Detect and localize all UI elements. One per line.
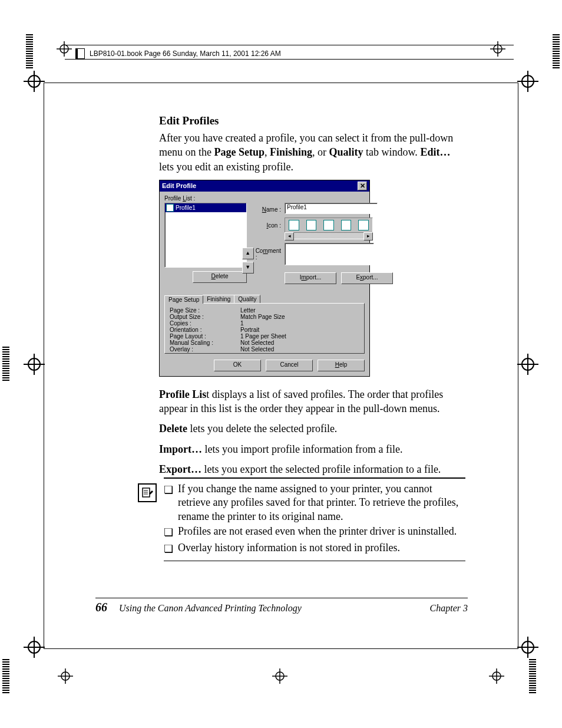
name-label: Name : [262, 206, 281, 213]
header-rule [65, 45, 514, 45]
target-mark-icon [490, 41, 505, 57]
dialog-titlebar: Edit Profile ✕ [160, 180, 369, 192]
setting-value: Letter [240, 307, 359, 314]
desc-delete: Delete lets you delete the selected prof… [159, 421, 465, 436]
bullet-icon: ❏ [164, 482, 173, 523]
note-item: ❏ Profiles are not erased even when the … [164, 525, 465, 539]
name-input[interactable]: Profile1 [285, 203, 378, 214]
header-meta: LBP810-01.book Page 66 Sunday, March 11,… [75, 48, 281, 59]
help-button[interactable]: Help [318, 360, 365, 371]
setting-value: Not Selected [240, 346, 359, 353]
page-footer: 66 Using the Canon Advanced Printing Tec… [95, 598, 468, 614]
icon-option[interactable] [341, 220, 352, 230]
icon-label: Icon : [267, 222, 281, 229]
desc-import: Import… lets you import profile informat… [159, 442, 465, 456]
desc-profile-list: Profile List displays a list of saved pr… [159, 387, 465, 416]
binding-strip-right-bot [529, 659, 536, 693]
setting-value: Portrait [240, 327, 359, 333]
frame-line [44, 648, 518, 649]
close-button[interactable]: ✕ [358, 182, 367, 190]
target-mark-icon [489, 668, 504, 684]
frame-line [44, 83, 44, 648]
note-block: ❏ If you change the name assigned to you… [138, 477, 465, 561]
dialog-title: Edit Profile [162, 182, 196, 189]
target-mark-icon [517, 354, 538, 375]
footer-title: Using the Canon Advanced Printing Techno… [119, 603, 302, 613]
delete-button[interactable]: Delete [193, 271, 247, 283]
move-up-button[interactable]: ▲ [242, 248, 254, 259]
icon-option[interactable] [289, 220, 299, 230]
profile-icon [166, 204, 174, 212]
scroll-right-button[interactable]: ▸ [363, 232, 373, 241]
target-mark-icon [272, 668, 287, 684]
target-mark-icon [24, 637, 45, 658]
target-mark-icon [517, 637, 538, 658]
header-meta-text: LBP810-01.book Page 66 Sunday, March 11,… [90, 50, 281, 58]
binding-strip-right [553, 34, 560, 68]
setting-value: 1 [240, 320, 359, 327]
icon-option[interactable] [306, 220, 317, 230]
scroll-track[interactable] [294, 232, 363, 239]
tab-panel-page-setup: Page Size :LetterOutput Size :Match Page… [164, 303, 365, 354]
target-mark-icon [24, 71, 45, 92]
setting-value: 1 Page per Sheet [240, 333, 359, 340]
profile-list[interactable]: Profile1 [164, 203, 247, 268]
bullet-icon: ❏ [164, 525, 173, 539]
binding-strip-left [26, 34, 33, 68]
bullet-icon: ❏ [164, 541, 173, 556]
cancel-button[interactable]: Cancel [266, 360, 313, 371]
icon-option[interactable] [358, 220, 369, 230]
target-mark-icon [58, 668, 73, 684]
footer-chapter: Chapter 3 [430, 603, 468, 614]
target-mark-icon [57, 41, 72, 57]
move-down-button[interactable]: ▼ [242, 262, 254, 274]
target-mark-icon [517, 71, 538, 92]
frame-line [44, 83, 518, 83]
tab-page-setup[interactable]: Page Setup [164, 295, 203, 304]
icon-option[interactable] [323, 220, 334, 230]
scroll-left-button[interactable]: ◂ [285, 232, 294, 241]
setting-key: Page Layout : [170, 333, 240, 340]
section-heading: Edit Profiles [159, 114, 465, 127]
profile-item-label: Profile1 [176, 205, 196, 211]
note-item: ❏ Overlay history information is not sto… [164, 541, 465, 556]
note-text: Overlay history information is not store… [178, 541, 400, 556]
setting-key: Output Size : [170, 314, 240, 320]
icon-picker[interactable] [285, 218, 373, 233]
comment-input[interactable] [285, 243, 374, 265]
profile-list-item-selected[interactable]: Profile1 [165, 203, 246, 212]
tab-quality[interactable]: Quality [234, 295, 260, 303]
note-text: Profiles are not erased even when the pr… [178, 525, 457, 539]
setting-key: Manual Scaling : [170, 340, 240, 346]
setting-value: Match Page Size [240, 314, 359, 320]
setting-value: Not Selected [240, 340, 359, 346]
binding-strip-left-bot [2, 659, 9, 693]
note-item: ❏ If you change the name assigned to you… [164, 482, 465, 523]
import-button[interactable]: Import... [285, 272, 336, 284]
tab-strip: Page Setup Finishing Quality [164, 295, 365, 303]
target-mark-icon [24, 354, 45, 375]
ok-button[interactable]: OK [214, 360, 261, 371]
setting-key: Overlay : [170, 346, 240, 353]
setting-key: Orientation : [170, 327, 240, 333]
page-number: 66 [95, 601, 107, 614]
setting-key: Copies : [170, 320, 240, 327]
intro-paragraph: After you have created a profile, you ca… [159, 131, 465, 174]
note-icon [138, 483, 157, 502]
tab-finishing[interactable]: Finishing [203, 295, 234, 303]
edit-profile-dialog: Edit Profile ✕ Profile List : Profile1 [159, 180, 370, 377]
book-icon [75, 48, 85, 59]
setting-key: Page Size : [170, 307, 240, 314]
icon-scrollbar[interactable]: ◂ ▸ [285, 232, 373, 239]
comment-label: Comment : [256, 248, 281, 261]
frame-line [518, 83, 518, 648]
note-text: If you change the name assigned to your … [178, 482, 465, 523]
header-rule [65, 59, 514, 60]
desc-export: Export… lets you export the selected pro… [159, 462, 465, 476]
profile-list-label: Profile List : [164, 195, 365, 202]
binding-strip-left-mid [2, 347, 9, 381]
export-button[interactable]: Export... [341, 272, 393, 284]
